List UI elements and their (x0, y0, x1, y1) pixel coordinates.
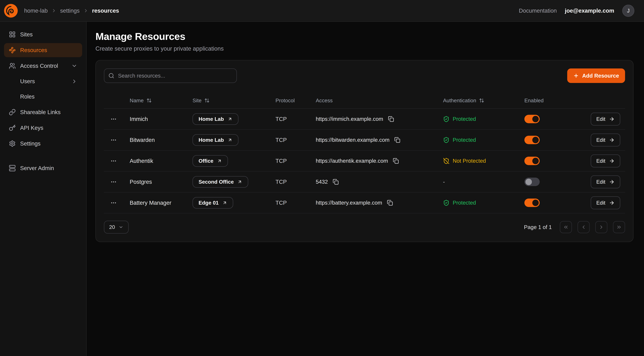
chevron-right-icon (71, 78, 77, 84)
row-menu-button[interactable] (109, 135, 118, 145)
table-row: Immich Home Lab TCP https://immich.examp… (104, 109, 625, 130)
enabled-toggle[interactable] (524, 198, 540, 207)
edit-button[interactable]: Edit (591, 134, 620, 146)
pagination: 20 Page 1 of 1 (104, 221, 625, 234)
row-menu-cell (104, 114, 130, 124)
sidebar-item-label: Sites (20, 31, 32, 38)
enabled-toggle[interactable] (524, 115, 540, 123)
column-site[interactable]: Site (192, 98, 276, 104)
row-menu-button[interactable] (109, 114, 118, 124)
column-label: Name (130, 98, 144, 104)
last-page-button[interactable] (613, 221, 625, 233)
access-value: https://bitwarden.example.com (316, 137, 390, 143)
documentation-link[interactable]: Documentation (519, 8, 557, 14)
sidebar-item-server-admin[interactable]: Server Admin (4, 161, 82, 175)
site-link-button[interactable]: Office (192, 155, 228, 167)
copy-button[interactable] (332, 178, 340, 186)
auth-cell: Protected (443, 137, 524, 143)
topbar: home-lab settings resources Documentatio… (0, 0, 644, 22)
resource-name: Authentik (130, 158, 192, 164)
chevron-down-icon (71, 63, 77, 69)
sidebar-item-users[interactable]: Users (4, 74, 82, 88)
edit-button[interactable]: Edit (591, 176, 620, 188)
copy-button[interactable] (394, 136, 401, 144)
sidebar-item-label: API Keys (20, 125, 43, 131)
column-access: Access (316, 98, 443, 104)
sort-icon (146, 98, 152, 103)
chevron-down-icon (118, 225, 124, 230)
add-resource-button[interactable]: Add Resource (567, 68, 625, 83)
column-name[interactable]: Name (130, 98, 192, 104)
column-authentication[interactable]: Authentication (443, 98, 524, 104)
gear-icon (9, 140, 16, 147)
copy-icon (394, 137, 400, 143)
site-name: Home Lab (198, 137, 224, 143)
access-cell: https://battery.example.com (316, 199, 443, 206)
edit-button[interactable]: Edit (591, 113, 620, 126)
previous-page-button[interactable] (578, 221, 590, 233)
column-label: Site (192, 98, 202, 104)
protocol: TCP (276, 200, 316, 206)
site-name: Second Office (198, 179, 234, 185)
auth-cell: Protected (443, 200, 524, 206)
key-icon (9, 124, 16, 131)
sidebar-item-roles[interactable]: Roles (4, 90, 82, 104)
edit-cell: Edit (579, 113, 625, 126)
first-page-button[interactable] (560, 221, 572, 233)
breadcrumb-item-org[interactable]: home-lab (24, 8, 48, 14)
enabled-toggle[interactable] (524, 157, 540, 165)
page-size-select[interactable]: 20 (104, 221, 128, 234)
site-link-button[interactable]: Home Lab (192, 113, 238, 125)
auth-label: Protected (453, 116, 476, 122)
avatar[interactable]: J (622, 5, 634, 17)
column-enabled: Enabled (524, 98, 579, 104)
auth-cell: - (443, 179, 524, 185)
row-menu-button[interactable] (109, 156, 118, 166)
sidebar-item-shareable-links[interactable]: Shareable Links (4, 105, 82, 119)
site-link-button[interactable]: Second Office (192, 176, 248, 188)
ellipsis-icon (110, 200, 117, 206)
copy-button[interactable] (392, 157, 400, 165)
column-label: Protocol (276, 98, 295, 104)
protocol: TCP (276, 179, 316, 185)
auth-label: Protected (453, 137, 476, 143)
sidebar-item-api-keys[interactable]: API Keys (4, 121, 82, 135)
search-input[interactable] (104, 68, 237, 83)
sidebar-item-label: Shareable Links (20, 109, 60, 116)
protocol: TCP (276, 116, 316, 122)
sidebar-item-sites[interactable]: Sites (4, 28, 82, 42)
app-window: home-lab settings resources Documentatio… (0, 0, 644, 356)
table-row: Authentik Office TCP https://authentik.e… (104, 150, 625, 172)
user-email[interactable]: joe@example.com (565, 8, 614, 14)
enabled-cell (524, 136, 579, 144)
copy-icon (387, 200, 393, 206)
site-name: Home Lab (198, 116, 224, 122)
row-menu-button[interactable] (109, 177, 118, 187)
access-value: https://authentik.example.com (316, 158, 388, 164)
breadcrumb-item-settings[interactable]: settings (60, 8, 80, 14)
access-value: https://battery.example.com (316, 200, 382, 206)
row-menu-cell (104, 198, 130, 208)
copy-button[interactable] (387, 115, 395, 123)
chevrons-left-icon (563, 224, 569, 230)
edit-button-label: Edit (596, 200, 605, 206)
arrow-up-right-icon (237, 180, 242, 184)
edit-button[interactable]: Edit (591, 154, 620, 168)
link-icon (9, 109, 16, 116)
site-link-button[interactable]: Edge 01 (192, 197, 233, 208)
sidebar-item-settings[interactable]: Settings (4, 136, 82, 150)
sidebar-item-access-control[interactable]: Access Control (4, 59, 82, 73)
access-value: 5432 (316, 179, 328, 185)
column-label: Access (316, 98, 333, 104)
table-row: Battery Manager Edge 01 TCP https://batt… (104, 192, 625, 214)
app-logo-icon[interactable] (4, 4, 18, 18)
site-link-button[interactable]: Home Lab (192, 134, 238, 146)
enabled-toggle[interactable] (524, 178, 540, 186)
copy-button[interactable] (386, 199, 394, 206)
edit-button-label: Edit (596, 137, 605, 143)
next-page-button[interactable] (595, 221, 607, 233)
enabled-toggle[interactable] (524, 136, 540, 144)
edit-button[interactable]: Edit (591, 196, 620, 209)
sidebar-item-resources[interactable]: Resources (4, 43, 82, 57)
row-menu-button[interactable] (109, 198, 118, 208)
